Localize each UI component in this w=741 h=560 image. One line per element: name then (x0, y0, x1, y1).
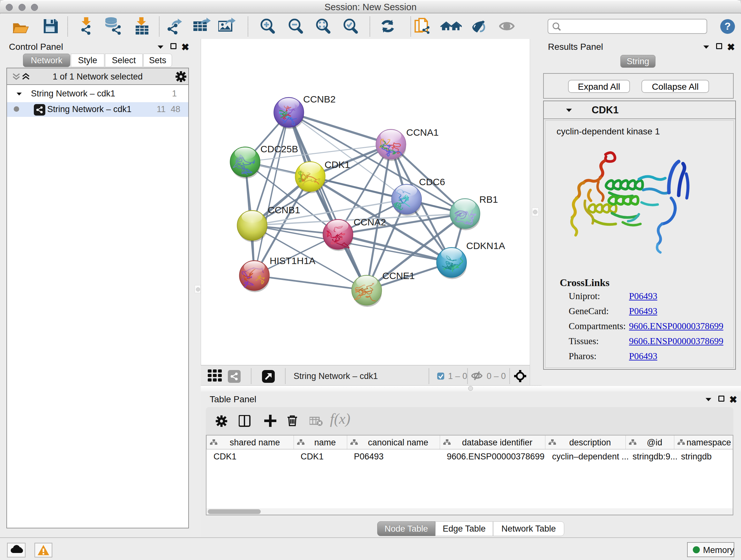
svg-text:CDK1: CDK1 (325, 159, 350, 170)
svg-text:CCNB2: CCNB2 (303, 94, 336, 105)
svg-text:CCNB1: CCNB1 (268, 205, 300, 215)
svg-text:?: ? (724, 20, 731, 32)
svg-text:HIST1H1A: HIST1H1A (270, 255, 315, 266)
svg-text:CDC25B: CDC25B (260, 144, 298, 154)
svg-text:CCNA2: CCNA2 (354, 217, 386, 227)
svg-text:CDKN1A: CDKN1A (466, 240, 505, 251)
svg-text:CDC6: CDC6 (419, 177, 445, 187)
svg-text:RB1: RB1 (479, 194, 498, 205)
svg-text:CCNE1: CCNE1 (382, 270, 415, 281)
svg-text:CCNA1: CCNA1 (406, 127, 439, 138)
